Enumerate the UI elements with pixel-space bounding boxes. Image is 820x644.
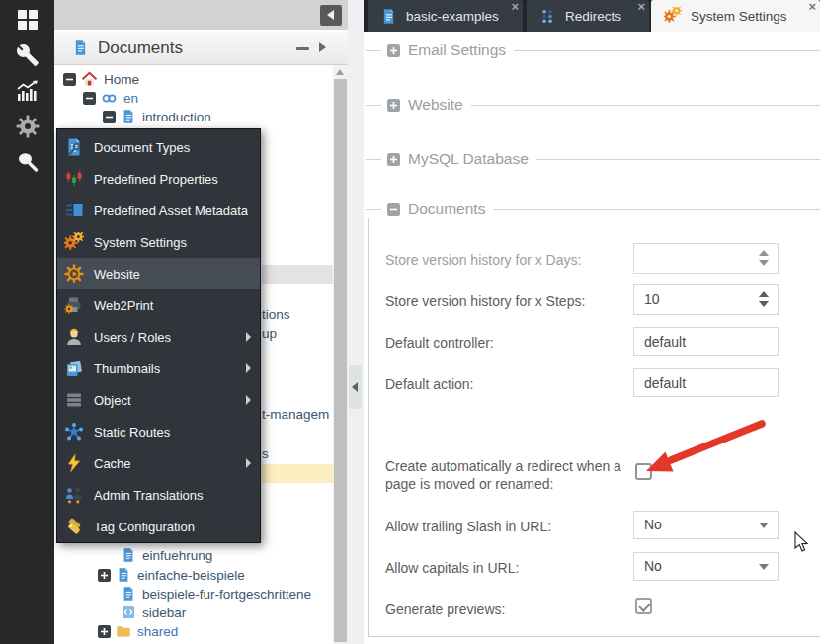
tree-label-fragment[interactable]: s (262, 446, 333, 461)
menu-item-predefined-properties[interactable]: Predefined Properties (57, 163, 260, 195)
spin-down-icon[interactable] (759, 260, 769, 266)
expand-section-icon[interactable] (387, 44, 400, 57)
menu-item-label: Predefined Asset Metadata (94, 203, 248, 218)
trailing-slash-select[interactable]: No (633, 511, 779, 539)
collapse-node-icon[interactable] (83, 92, 96, 105)
tree-label-fragment[interactable]: up (262, 326, 333, 341)
section-mysql-database[interactable]: MySQL Database (364, 150, 820, 168)
expand-node-icon[interactable] (98, 625, 111, 638)
tree-label[interactable]: sidebar (142, 605, 186, 620)
tree-label[interactable]: shared (137, 624, 178, 639)
cache-icon (64, 453, 84, 473)
documents-panel-header[interactable]: Documents (54, 32, 348, 65)
menu-item-website[interactable]: Website (57, 258, 260, 289)
submenu-arrow-icon (246, 395, 251, 405)
menu-item-static-routes[interactable]: Static Routes (57, 416, 260, 447)
gears-icon (664, 7, 682, 25)
tree-label[interactable]: einfache-beispiele (137, 568, 245, 583)
scroll-up-arrow-icon[interactable] (336, 69, 344, 75)
menu-item-object[interactable]: Object (57, 384, 260, 416)
expand-section-icon[interactable] (387, 153, 400, 166)
tree-label[interactable]: einfuehrung (142, 548, 212, 563)
pimcore-admin-window: Documents Home en introduction (0, 0, 820, 644)
tab-basic-examples[interactable]: basic-examples × (368, 0, 523, 32)
dropdown-arrow-icon (759, 523, 769, 528)
tab-label: Redirects (565, 9, 621, 24)
page-icon (380, 8, 397, 25)
settings-gear-icon[interactable] (16, 115, 40, 138)
section-documents[interactable]: Documents (364, 201, 820, 218)
collapse-tree-tool[interactable] (296, 47, 309, 50)
section-label: Website (408, 96, 463, 114)
tree-row-einfuehrung[interactable]: einfuehrung (116, 545, 212, 565)
section-email-settings[interactable]: Email Settings (364, 41, 820, 59)
divider (366, 209, 381, 210)
expand-node-icon[interactable] (98, 569, 111, 582)
tab-system-settings[interactable]: System Settings × (651, 0, 820, 32)
menu-item-users-roles[interactable]: Users / Roles (57, 321, 260, 353)
tools-wrench-icon[interactable] (16, 43, 40, 67)
apps-menu-icon[interactable] (16, 8, 40, 32)
menu-item-document-types[interactable]: Document Types (57, 131, 260, 163)
object-icon (64, 390, 84, 410)
default-action-input[interactable] (633, 368, 779, 397)
collapse-panel-button[interactable] (320, 5, 342, 26)
tree-label[interactable]: Home (104, 72, 139, 87)
default-controller-input[interactable] (633, 327, 779, 356)
page-icon (116, 567, 131, 583)
tree-label-fragment[interactable]: t-managem (262, 407, 333, 422)
splitter-collapse-handle[interactable] (349, 365, 362, 409)
tree-scrollbar[interactable] (333, 65, 348, 644)
version-history-steps-spinner[interactable]: 10 (633, 284, 779, 315)
spinner-value: 10 (644, 291, 660, 307)
tree-label[interactable]: introduction (142, 110, 211, 124)
close-tab-icon[interactable]: × (637, 0, 645, 14)
menu-item-web2print[interactable]: Web2Print (57, 289, 260, 321)
collapse-node-icon[interactable] (63, 73, 76, 86)
spin-up-icon[interactable] (759, 250, 769, 256)
collapse-node-icon[interactable] (103, 111, 116, 123)
search-icon[interactable] (16, 150, 40, 174)
scrollbar-thumb[interactable] (334, 79, 347, 642)
section-label: Documents (408, 201, 485, 218)
menu-item-label: Tag Configuration (94, 520, 195, 534)
page-icon (121, 109, 136, 124)
admin-translations-icon (64, 485, 84, 505)
tree-label[interactable]: en (123, 91, 138, 106)
field-label: Allow capitals in URL: (385, 559, 634, 577)
tree-row-einfache-beispiele[interactable]: einfache-beispiele (98, 565, 245, 585)
menu-item-predefined-asset-metadata[interactable]: Predefined Asset Metadata (57, 195, 260, 226)
document-types-icon (64, 137, 84, 157)
tree-row-shared[interactable]: shared (98, 621, 178, 641)
tree-row-sidebar[interactable]: sidebar (116, 603, 186, 622)
auto-redirect-checkbox[interactable] (635, 463, 652, 480)
spin-down-icon[interactable] (759, 301, 769, 307)
collapse-section-icon[interactable] (387, 203, 400, 216)
menu-item-tag-configuration[interactable]: Tag Configuration (57, 511, 260, 542)
left-arrow-icon (327, 10, 334, 20)
home-icon (81, 71, 98, 88)
menu-item-cache[interactable]: Cache (57, 447, 260, 479)
reports-chart-icon[interactable] (16, 79, 40, 103)
close-tab-icon[interactable]: × (808, 0, 816, 14)
tree-row-en[interactable]: en (83, 88, 138, 108)
menu-item-thumbnails[interactable]: Thumbnails (57, 353, 260, 384)
tree-row-introduction[interactable]: introduction (103, 107, 211, 126)
tree-label[interactable]: beispiele-fur-fortgeschrittene (142, 587, 311, 602)
menu-item-system-settings[interactable]: System Settings (57, 226, 260, 258)
tree-label-fragment[interactable]: tions (262, 307, 333, 322)
tab-redirects[interactable]: Redirects × (527, 0, 649, 32)
expand-section-icon[interactable] (387, 99, 400, 112)
panel-splitter[interactable] (348, 0, 364, 644)
tree-row-home[interactable]: Home (63, 69, 139, 89)
tree-row-beispiele-fur-fortgeschrittene[interactable]: beispiele-fur-fortgeschrittene (116, 584, 311, 604)
close-tab-icon[interactable]: × (511, 0, 519, 14)
section-label: Email Settings (408, 41, 506, 59)
capitals-in-url-select[interactable]: No (633, 552, 779, 581)
generate-previews-checkbox[interactable] (635, 598, 652, 614)
version-history-days-spinner[interactable] (633, 243, 779, 274)
spin-up-icon[interactable] (759, 291, 769, 297)
menu-item-admin-translations[interactable]: Admin Translations (57, 479, 260, 511)
expand-tree-tool[interactable] (319, 42, 326, 52)
section-website[interactable]: Website (364, 96, 820, 114)
